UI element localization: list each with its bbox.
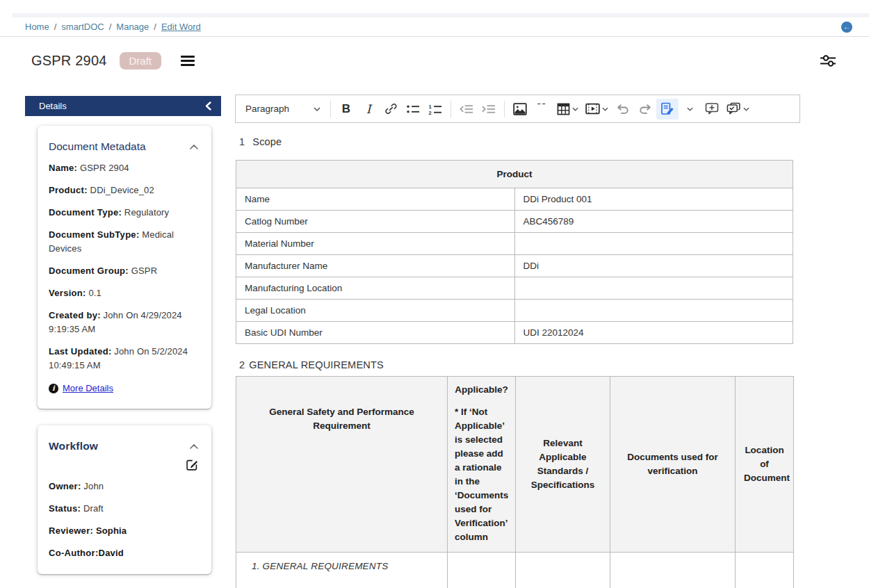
blockquote-button[interactable]: “ xyxy=(531,99,553,120)
chevron-down-icon xyxy=(314,107,320,111)
table-row[interactable]: Basic UDI Number UDI 22012024 xyxy=(236,322,793,344)
header-standards: Relevant Applicable Standards / Specific… xyxy=(516,377,610,553)
track-changes-dropdown[interactable] xyxy=(679,99,701,120)
details-panel-header[interactable]: Details xyxy=(25,96,221,116)
table-row[interactable]: Legal Location xyxy=(236,300,793,322)
table-row[interactable]: Name DDi Product 001 xyxy=(236,188,793,211)
bold-button[interactable]: B xyxy=(335,99,357,120)
table-row[interactable]: Manufacturer Name DDi xyxy=(236,255,793,277)
metadata-field-version: Version: 0.1 xyxy=(49,286,200,300)
scope-heading: 1 Scope xyxy=(239,136,793,147)
table-row[interactable]: Manufacturing Location xyxy=(236,277,793,300)
toolbar-divider xyxy=(504,101,505,117)
workflow-field-status: Status: Draft xyxy=(49,502,200,516)
comments-icon xyxy=(726,102,741,115)
bold-icon: B xyxy=(342,102,350,116)
table-icon xyxy=(557,103,570,115)
toolbar-divider xyxy=(330,101,331,117)
link-button[interactable] xyxy=(380,99,402,120)
toolbar-divider xyxy=(450,101,451,117)
workflow-field-owner: Owner: John xyxy=(49,480,200,493)
general-requirements-heading: 2 GENERAL REQUIREMENTS xyxy=(239,359,793,370)
paragraph-style-dropdown[interactable]: Paragraph xyxy=(241,99,326,120)
blockquote-icon: “ xyxy=(536,104,548,115)
redo-button[interactable] xyxy=(634,99,656,120)
workflow-field-reviewer: Reviewer: Sophia xyxy=(49,524,200,538)
numbered-list-button[interactable]: 1 2 xyxy=(424,99,446,120)
add-comment-button[interactable] xyxy=(701,99,723,120)
indent-icon xyxy=(482,104,496,115)
collapse-workflow-button[interactable] xyxy=(188,442,200,451)
chevron-up-icon xyxy=(190,145,198,149)
track-changes-button[interactable] xyxy=(656,99,679,120)
insert-table-button[interactable] xyxy=(553,99,582,120)
collapse-panel-icon[interactable] xyxy=(205,101,211,111)
document-header: GSPR 2904 Draft xyxy=(0,38,869,83)
page-title: GSPR 2904 xyxy=(31,53,107,69)
add-comment-icon xyxy=(705,102,719,115)
document-metadata-card: Document Metadata Name: GSPR 2904 Produc… xyxy=(38,126,211,409)
breadcrumb-separator: / xyxy=(54,22,57,32)
comments-button[interactable] xyxy=(723,99,753,120)
menu-button[interactable] xyxy=(179,53,196,69)
metadata-field-name: Name: GSPR 2904 xyxy=(49,161,200,175)
breadcrumb-smartdoc[interactable]: smartDOC xyxy=(61,22,104,32)
back-button[interactable]: ← xyxy=(841,22,852,33)
chevron-up-icon xyxy=(190,444,198,449)
insert-image-button[interactable] xyxy=(509,99,531,120)
insert-media-button[interactable] xyxy=(582,99,612,120)
table-row[interactable]: Material Number xyxy=(236,233,793,255)
settings-sliders-button[interactable] xyxy=(818,51,838,70)
bulleted-list-icon xyxy=(406,103,421,115)
breadcrumb-separator: / xyxy=(109,22,112,32)
requirements-table-header-row: General Safety and Performance Requireme… xyxy=(236,377,794,553)
details-panel-title: Details xyxy=(39,101,67,111)
product-table-title: Product xyxy=(236,161,793,188)
product-table[interactable]: Product Name DDi Product 001 Catlog Numb… xyxy=(236,160,793,344)
table-row[interactable]: 1. GENERAL REQUIREMENTS xyxy=(236,553,794,588)
undo-button[interactable] xyxy=(612,99,634,120)
editor-toolbar: Paragraph B I 1 2 xyxy=(235,95,800,123)
back-icon: ← xyxy=(843,24,850,31)
product-table-header-row: Product xyxy=(236,161,793,188)
more-details-link[interactable]: More Details xyxy=(63,383,113,393)
chevron-down-icon xyxy=(743,107,749,111)
outdent-icon xyxy=(460,104,474,115)
undo-icon xyxy=(616,103,630,115)
header-applicable: Applicable? * If ‘Not Applicable’ is sel… xyxy=(448,377,516,553)
requirements-table[interactable]: General Safety and Performance Requireme… xyxy=(236,376,794,588)
bulleted-list-button[interactable] xyxy=(402,99,424,120)
breadcrumb: Home / smartDOC / Manage / Edit Word ← xyxy=(0,17,869,37)
collapse-metadata-button[interactable] xyxy=(188,142,200,152)
italic-icon: I xyxy=(366,102,371,116)
indent-button[interactable] xyxy=(478,99,500,120)
metadata-card-title: Document Metadata xyxy=(49,140,146,153)
link-icon xyxy=(384,102,398,115)
settings-sliders-icon xyxy=(819,53,837,68)
redo-icon xyxy=(638,103,652,115)
metadata-field-document-subtype: Document SubType: Medical Devices xyxy=(49,228,200,256)
metadata-field-document-group: Document Group: GSPR xyxy=(49,264,200,278)
edit-workflow-button[interactable] xyxy=(186,458,199,471)
edit-icon xyxy=(186,458,199,471)
italic-button[interactable]: I xyxy=(357,99,380,120)
details-panel: Details Document Metadata Name: GSPR 290… xyxy=(25,96,221,588)
breadcrumb-home[interactable]: Home xyxy=(25,22,49,32)
chevron-down-icon xyxy=(602,107,608,111)
breadcrumb-edit-word[interactable]: Edit Word xyxy=(161,22,201,32)
editor: Paragraph B I 1 2 xyxy=(235,95,800,588)
metadata-field-product: Product: DDi_Device_02 xyxy=(49,183,200,197)
metadata-field-created-by: Created by: John On 4/29/2024 9:19:35 AM xyxy=(49,309,200,336)
outdent-button[interactable] xyxy=(455,99,478,120)
header-requirement: General Safety and Performance Requireme… xyxy=(236,377,448,553)
chevron-down-icon xyxy=(572,107,578,111)
menu-icon xyxy=(181,56,195,58)
breadcrumb-manage[interactable]: Manage xyxy=(116,22,149,32)
status-badge: Draft xyxy=(120,52,162,70)
document-content[interactable]: 1 Scope Product Name DDi Product 001 Cat… xyxy=(235,123,800,588)
track-changes-icon xyxy=(660,102,674,115)
table-row[interactable]: Catlog Number ABC456789 xyxy=(236,211,793,233)
breadcrumb-separator: / xyxy=(154,22,156,32)
workflow-field-co-author: Co-Author:David xyxy=(49,546,200,560)
svg-text:2: 2 xyxy=(428,109,431,115)
